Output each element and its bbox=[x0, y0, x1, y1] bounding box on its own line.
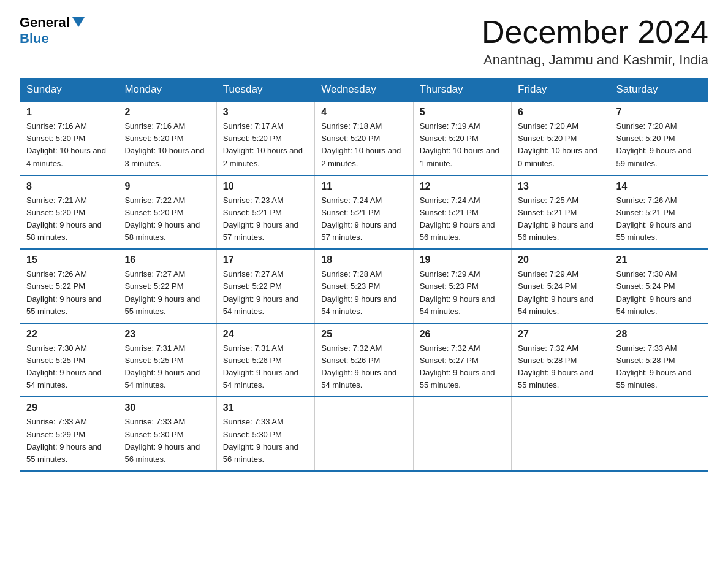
day-number: 5 bbox=[420, 107, 505, 118]
day-number: 25 bbox=[321, 329, 406, 340]
table-row: 12Sunrise: 7:24 AMSunset: 5:21 PMDayligh… bbox=[413, 175, 511, 250]
day-number: 20 bbox=[518, 255, 603, 266]
table-row: 26Sunrise: 7:32 AMSunset: 5:27 PMDayligh… bbox=[413, 323, 511, 397]
location-title: Anantnag, Jammu and Kashmir, India bbox=[482, 52, 708, 68]
day-number: 9 bbox=[124, 181, 210, 192]
table-row: 17Sunrise: 7:27 AMSunset: 5:22 PMDayligh… bbox=[216, 249, 314, 323]
day-info: Sunrise: 7:27 AMSunset: 5:22 PMDaylight:… bbox=[223, 268, 308, 318]
header-friday: Friday bbox=[512, 79, 610, 102]
calendar-table: Sunday Monday Tuesday Wednesday Thursday… bbox=[20, 78, 708, 472]
day-number: 22 bbox=[26, 329, 112, 340]
day-info: Sunrise: 7:31 AMSunset: 5:25 PMDaylight:… bbox=[124, 342, 210, 392]
day-number: 15 bbox=[26, 255, 112, 266]
logo-general-text: General bbox=[20, 15, 85, 31]
day-info: Sunrise: 7:32 AMSunset: 5:26 PMDaylight:… bbox=[321, 342, 406, 392]
day-number: 7 bbox=[616, 107, 702, 118]
table-row: 1Sunrise: 7:16 AMSunset: 5:20 PMDaylight… bbox=[20, 101, 118, 175]
day-number: 21 bbox=[616, 255, 702, 266]
table-row bbox=[413, 397, 511, 471]
day-number: 13 bbox=[518, 181, 603, 192]
day-number: 19 bbox=[420, 255, 505, 266]
table-row: 10Sunrise: 7:23 AMSunset: 5:21 PMDayligh… bbox=[216, 175, 314, 250]
day-number: 24 bbox=[223, 329, 308, 340]
day-info: Sunrise: 7:20 AMSunset: 5:20 PMDaylight:… bbox=[518, 120, 603, 170]
table-row: 8Sunrise: 7:21 AMSunset: 5:20 PMDaylight… bbox=[20, 175, 118, 250]
day-info: Sunrise: 7:26 AMSunset: 5:21 PMDaylight:… bbox=[616, 194, 702, 244]
table-row: 28Sunrise: 7:33 AMSunset: 5:28 PMDayligh… bbox=[610, 323, 708, 397]
day-info: Sunrise: 7:22 AMSunset: 5:20 PMDaylight:… bbox=[124, 194, 210, 244]
table-row: 5Sunrise: 7:19 AMSunset: 5:20 PMDaylight… bbox=[413, 101, 511, 175]
day-info: Sunrise: 7:33 AMSunset: 5:28 PMDaylight:… bbox=[616, 342, 702, 392]
day-number: 11 bbox=[321, 181, 406, 192]
table-row: 9Sunrise: 7:22 AMSunset: 5:20 PMDaylight… bbox=[118, 175, 216, 250]
day-info: Sunrise: 7:23 AMSunset: 5:21 PMDaylight:… bbox=[223, 194, 308, 244]
month-title: December 2024 bbox=[482, 15, 708, 50]
day-number: 12 bbox=[420, 181, 505, 192]
calendar-week-3: 15Sunrise: 7:26 AMSunset: 5:22 PMDayligh… bbox=[20, 249, 708, 323]
header-wednesday: Wednesday bbox=[315, 79, 413, 102]
calendar-week-4: 22Sunrise: 7:30 AMSunset: 5:25 PMDayligh… bbox=[20, 323, 708, 397]
day-info: Sunrise: 7:30 AMSunset: 5:25 PMDaylight:… bbox=[26, 342, 112, 392]
header-tuesday: Tuesday bbox=[216, 79, 314, 102]
header-sunday: Sunday bbox=[20, 79, 118, 102]
table-row: 11Sunrise: 7:24 AMSunset: 5:21 PMDayligh… bbox=[315, 175, 413, 250]
table-row: 25Sunrise: 7:32 AMSunset: 5:26 PMDayligh… bbox=[315, 323, 413, 397]
day-info: Sunrise: 7:27 AMSunset: 5:22 PMDaylight:… bbox=[124, 268, 210, 318]
day-info: Sunrise: 7:18 AMSunset: 5:20 PMDaylight:… bbox=[321, 120, 406, 170]
table-row bbox=[315, 397, 413, 471]
day-info: Sunrise: 7:25 AMSunset: 5:21 PMDaylight:… bbox=[518, 194, 603, 244]
table-row: 29Sunrise: 7:33 AMSunset: 5:29 PMDayligh… bbox=[20, 397, 118, 471]
table-row: 4Sunrise: 7:18 AMSunset: 5:20 PMDaylight… bbox=[315, 101, 413, 175]
header-monday: Monday bbox=[118, 79, 216, 102]
day-number: 8 bbox=[26, 181, 112, 192]
day-info: Sunrise: 7:17 AMSunset: 5:20 PMDaylight:… bbox=[223, 120, 308, 170]
day-number: 27 bbox=[518, 329, 603, 340]
day-info: Sunrise: 7:16 AMSunset: 5:20 PMDaylight:… bbox=[26, 120, 112, 170]
table-row bbox=[610, 397, 708, 471]
calendar-week-5: 29Sunrise: 7:33 AMSunset: 5:29 PMDayligh… bbox=[20, 397, 708, 471]
day-number: 17 bbox=[223, 255, 308, 266]
day-info: Sunrise: 7:32 AMSunset: 5:28 PMDaylight:… bbox=[518, 342, 603, 392]
day-info: Sunrise: 7:33 AMSunset: 5:29 PMDaylight:… bbox=[26, 416, 112, 465]
header-saturday: Saturday bbox=[610, 79, 708, 102]
table-row: 23Sunrise: 7:31 AMSunset: 5:25 PMDayligh… bbox=[118, 323, 216, 397]
day-info: Sunrise: 7:28 AMSunset: 5:23 PMDaylight:… bbox=[321, 268, 406, 318]
day-info: Sunrise: 7:31 AMSunset: 5:26 PMDaylight:… bbox=[223, 342, 308, 392]
table-row: 13Sunrise: 7:25 AMSunset: 5:21 PMDayligh… bbox=[512, 175, 610, 250]
table-row: 30Sunrise: 7:33 AMSunset: 5:30 PMDayligh… bbox=[118, 397, 216, 471]
day-number: 1 bbox=[26, 107, 112, 118]
table-row: 21Sunrise: 7:30 AMSunset: 5:24 PMDayligh… bbox=[610, 249, 708, 323]
day-number: 23 bbox=[124, 329, 210, 340]
day-info: Sunrise: 7:19 AMSunset: 5:20 PMDaylight:… bbox=[420, 120, 505, 170]
table-row: 22Sunrise: 7:30 AMSunset: 5:25 PMDayligh… bbox=[20, 323, 118, 397]
day-number: 6 bbox=[518, 107, 603, 118]
day-number: 2 bbox=[124, 107, 210, 118]
table-row: 7Sunrise: 7:20 AMSunset: 5:20 PMDaylight… bbox=[610, 101, 708, 175]
day-info: Sunrise: 7:30 AMSunset: 5:24 PMDaylight:… bbox=[616, 268, 702, 318]
table-row: 18Sunrise: 7:28 AMSunset: 5:23 PMDayligh… bbox=[315, 249, 413, 323]
table-row: 6Sunrise: 7:20 AMSunset: 5:20 PMDaylight… bbox=[512, 101, 610, 175]
table-row: 31Sunrise: 7:33 AMSunset: 5:30 PMDayligh… bbox=[216, 397, 314, 471]
day-info: Sunrise: 7:29 AMSunset: 5:23 PMDaylight:… bbox=[420, 268, 505, 318]
day-number: 18 bbox=[321, 255, 406, 266]
day-number: 3 bbox=[223, 107, 308, 118]
day-info: Sunrise: 7:21 AMSunset: 5:20 PMDaylight:… bbox=[26, 194, 112, 244]
header-thursday: Thursday bbox=[413, 79, 511, 102]
day-info: Sunrise: 7:29 AMSunset: 5:24 PMDaylight:… bbox=[518, 268, 603, 318]
day-number: 31 bbox=[223, 402, 308, 413]
day-info: Sunrise: 7:26 AMSunset: 5:22 PMDaylight:… bbox=[26, 268, 112, 318]
day-info: Sunrise: 7:32 AMSunset: 5:27 PMDaylight:… bbox=[420, 342, 505, 392]
day-number: 10 bbox=[223, 181, 308, 192]
table-row: 24Sunrise: 7:31 AMSunset: 5:26 PMDayligh… bbox=[216, 323, 314, 397]
page-header: General Blue December 2024 Anantnag, Jam… bbox=[20, 15, 708, 68]
day-number: 4 bbox=[321, 107, 406, 118]
table-row: 27Sunrise: 7:32 AMSunset: 5:28 PMDayligh… bbox=[512, 323, 610, 397]
day-info: Sunrise: 7:24 AMSunset: 5:21 PMDaylight:… bbox=[420, 194, 505, 244]
day-number: 30 bbox=[124, 402, 210, 413]
table-row: 19Sunrise: 7:29 AMSunset: 5:23 PMDayligh… bbox=[413, 249, 511, 323]
logo-blue-text: Blue bbox=[20, 31, 49, 47]
table-row: 2Sunrise: 7:16 AMSunset: 5:20 PMDaylight… bbox=[118, 101, 216, 175]
day-number: 26 bbox=[420, 329, 505, 340]
logo-arrow-icon bbox=[72, 17, 85, 27]
table-row: 16Sunrise: 7:27 AMSunset: 5:22 PMDayligh… bbox=[118, 249, 216, 323]
